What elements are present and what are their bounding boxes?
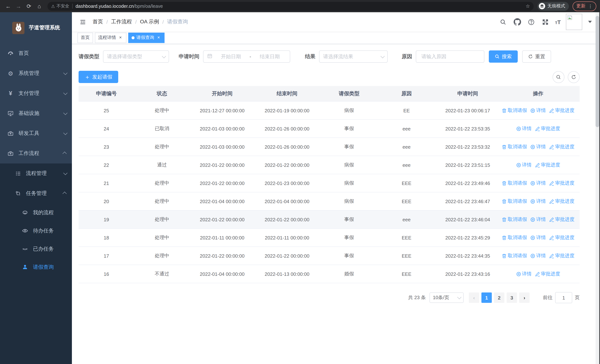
sidebar-item-todo-tasks[interactable]: 待办任务 (0, 222, 72, 240)
apply-time-range-picker[interactable]: 开始日期 - 结束日期 (203, 50, 290, 63)
sidebar-item-done-tasks[interactable]: 已办任务 (0, 240, 72, 258)
action-cancel[interactable]: 取消请假 (502, 143, 527, 150)
action-cancel[interactable]: 取消请假 (502, 216, 527, 223)
table-row[interactable]: 19 处理中 2022-01-22 00:00:00 2022-01-22 00… (79, 211, 580, 229)
action-progress[interactable]: 审批进度 (535, 271, 560, 277)
action-progress[interactable]: 审批进度 (549, 252, 574, 259)
table-row[interactable]: 21 处理中 2022-01-22 00:00:00 2022-01-23 00… (79, 174, 580, 192)
sidebar-collapse-icon[interactable] (79, 18, 87, 26)
github-icon[interactable] (513, 18, 522, 26)
tab-leave-query[interactable]: 请假查询 × (128, 32, 165, 43)
table-row[interactable]: 25 处理中 2021-12-27 00:00:00 2022-01-19 00… (79, 102, 580, 120)
breadcrumb-separator: / (162, 19, 164, 25)
help-icon[interactable] (527, 18, 536, 26)
fullscreen-icon[interactable] (541, 18, 550, 26)
table-row[interactable]: 18 处理中 2022-01-11 00:00:00 2022-01-11 00… (79, 229, 580, 247)
search-button[interactable]: 搜索 (489, 50, 518, 63)
sidebar-item-home[interactable]: 首页 (0, 43, 72, 63)
address-bar[interactable]: ⚠ 不安全 dashboard.yudao.iocoder.cn/bpm/oa/… (47, 2, 534, 10)
goto-page-input[interactable] (555, 292, 572, 303)
table-row[interactable]: 23 处理中 2022-01-03 00:00:00 2022-01-26 00… (79, 138, 580, 156)
action-detail[interactable]: 详情 (530, 198, 546, 205)
action-progress[interactable]: 审批进度 (549, 216, 574, 223)
leave-type-select[interactable]: 请选择请假类型 (103, 50, 169, 63)
table-row[interactable]: 17 处理中 2022-01-22 00:00:00 2022-01-22 00… (79, 247, 580, 265)
breadcrumb-oa-example[interactable]: OA 示例 (140, 19, 159, 25)
table-row[interactable]: 22 通过 2022-01-22 00:00:00 2022-01-22 00:… (79, 156, 580, 174)
sidebar-item-workflow[interactable]: 工作流程 (0, 143, 72, 163)
close-tab-icon[interactable]: × (118, 35, 123, 40)
font-size-icon[interactable]: TT (555, 19, 561, 25)
tab-home[interactable]: 首页 (77, 32, 93, 43)
security-warning[interactable]: ⚠ 不安全 (51, 3, 69, 9)
action-detail[interactable]: 详情 (516, 162, 532, 168)
sidebar-item-infra[interactable]: 基础设施 (0, 103, 72, 123)
reset-button[interactable]: 重置 (522, 50, 551, 63)
action-cancel[interactable]: 取消请假 (502, 180, 527, 187)
tab-process-detail[interactable]: 流程详情 × (95, 32, 126, 43)
sidebar-item-leave-query[interactable]: 请假查询 (0, 258, 72, 276)
scrollbar-thumb[interactable] (596, 16, 599, 127)
kebab-menu-icon[interactable]: ⋮ (588, 4, 593, 8)
update-button[interactable]: 更新 ⋮ (572, 1, 596, 11)
action-detail[interactable]: 详情 (530, 216, 546, 223)
action-progress[interactable]: 审批进度 (535, 162, 560, 168)
caret-down-icon[interactable] (588, 21, 592, 23)
sidebar-item-devtools[interactable]: 研发工具 (0, 123, 72, 143)
refresh-table-button[interactable] (568, 71, 580, 83)
app-logo-row[interactable]: 芋道管理系统 (0, 12, 72, 43)
back-icon[interactable]: ← (4, 2, 13, 10)
forward-icon[interactable]: → (14, 2, 23, 10)
sidebar-item-my-process[interactable]: 我的流程 (0, 204, 72, 222)
search-icon[interactable] (499, 18, 507, 26)
page-button-2[interactable]: 2 (494, 292, 504, 303)
page-button-3[interactable]: 3 (506, 292, 517, 303)
toggle-search-button[interactable] (553, 71, 564, 83)
action-detail[interactable]: 详情 (530, 107, 546, 114)
breadcrumb-workflow[interactable]: 工作流程 (111, 19, 132, 25)
reason-input[interactable] (421, 53, 479, 60)
result-select[interactable]: 请选择流结果 (319, 50, 388, 63)
close-tab-icon[interactable]: × (156, 35, 161, 40)
action-detail[interactable]: 详情 (530, 143, 546, 150)
reload-icon[interactable]: ⟳ (24, 2, 33, 10)
dashboard-icon (7, 50, 14, 56)
action-progress[interactable]: 审批进度 (535, 125, 560, 132)
action-progress[interactable]: 审批进度 (549, 180, 574, 187)
action-detail[interactable]: 详情 (516, 271, 532, 277)
action-detail[interactable]: 详情 (530, 180, 546, 187)
cell-reason: EE (379, 108, 434, 113)
action-cancel[interactable]: 取消请假 (502, 198, 527, 205)
table-row[interactable]: 16 不通过 2022-01-04 00:00:00 2022-01-13 00… (79, 265, 580, 283)
next-page-button[interactable]: › (519, 292, 530, 303)
prev-page-button[interactable]: ‹ (469, 292, 479, 303)
action-progress[interactable]: 审批进度 (549, 143, 574, 150)
cell-start-time: 2022-01-22 00:00:00 (190, 253, 255, 259)
cell-leave-type: 事假 (319, 252, 379, 259)
table-row[interactable]: 24 已取消 2022-01-03 00:00:00 2022-01-26 00… (79, 120, 580, 138)
action-detail[interactable]: 详情 (516, 125, 532, 132)
create-leave-button[interactable]: ＋ 发起请假 (79, 71, 118, 83)
page-button-1[interactable]: 1 (481, 292, 492, 303)
scrollbar[interactable] (596, 12, 599, 364)
page-size-select[interactable]: 10条/页 (430, 292, 464, 303)
table-row[interactable]: 20 处理中 2022-01-04 00:00:00 2022-01-04 00… (79, 192, 580, 211)
sidebar-item-payment[interactable]: ¥ 支付管理 (0, 84, 72, 103)
action-detail[interactable]: 详情 (530, 252, 546, 259)
sidebar: 芋道管理系统 首页 ⚙ 系统管理 ¥ 支付管理 (0, 12, 72, 364)
action-cancel[interactable]: 取消请假 (502, 252, 527, 259)
breadcrumb-home[interactable]: 首页 (93, 19, 103, 25)
action-progress[interactable]: 审批进度 (549, 107, 574, 114)
sidebar-item-process-mgmt[interactable]: 流程管理 (0, 163, 72, 184)
action-cancel[interactable]: 取消请假 (502, 234, 527, 241)
bookmark-star-icon[interactable]: ☆ (526, 3, 530, 9)
home-icon[interactable]: ⌂ (35, 2, 44, 10)
action-progress[interactable]: 审批进度 (549, 234, 574, 241)
sidebar-item-system[interactable]: ⚙ 系统管理 (0, 63, 72, 84)
sidebar-item-task-mgmt[interactable]: 任务管理 (0, 184, 72, 204)
action-progress[interactable]: 审批进度 (549, 198, 574, 205)
url-text[interactable]: dashboard.yudao.iocoder.cn/bpm/oa/leave (75, 3, 163, 9)
action-detail[interactable]: 详情 (530, 234, 546, 241)
action-cancel[interactable]: 取消请假 (502, 107, 527, 114)
avatar[interactable] (566, 14, 582, 30)
